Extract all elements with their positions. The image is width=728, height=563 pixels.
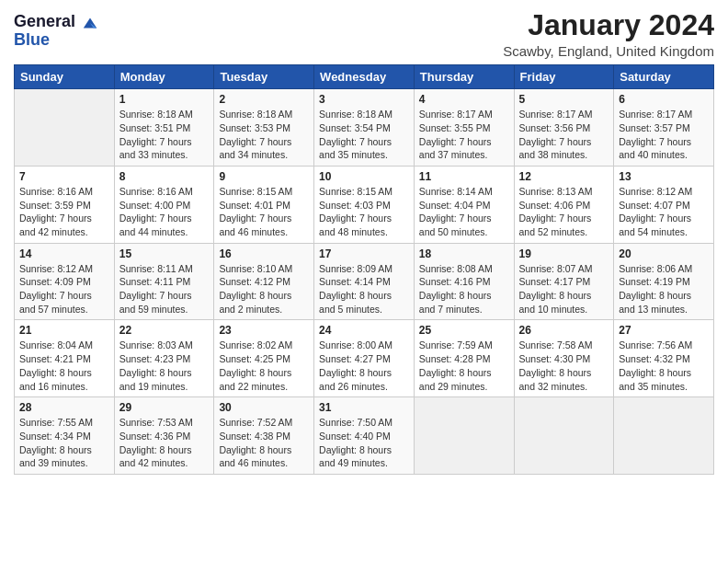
logo-text: General Blue (14, 13, 98, 50)
day-number: 13 (619, 170, 709, 183)
day-number: 5 (519, 93, 609, 106)
calendar-cell (614, 397, 714, 475)
calendar-cell: 2Sunrise: 8:18 AM Sunset: 3:53 PM Daylig… (214, 89, 314, 167)
calendar-cell: 6Sunrise: 8:17 AM Sunset: 3:57 PM Daylig… (614, 89, 714, 167)
day-number: 6 (619, 93, 709, 106)
calendar-cell: 3Sunrise: 8:18 AM Sunset: 3:54 PM Daylig… (314, 89, 415, 167)
day-detail: Sunrise: 8:10 AM Sunset: 4:12 PM Dayligh… (219, 262, 309, 316)
day-number: 2 (219, 93, 309, 106)
day-number: 27 (619, 324, 709, 337)
day-detail: Sunrise: 8:16 AM Sunset: 3:59 PM Dayligh… (19, 185, 109, 239)
calendar-cell: 15Sunrise: 8:11 AM Sunset: 4:11 PM Dayli… (114, 243, 214, 320)
dow-header-monday: Monday (114, 65, 214, 89)
dow-header-sunday: Sunday (15, 65, 115, 89)
calendar-week-1: 1Sunrise: 8:18 AM Sunset: 3:51 PM Daylig… (15, 89, 714, 167)
day-number: 17 (319, 247, 409, 260)
day-detail: Sunrise: 8:17 AM Sunset: 3:56 PM Dayligh… (519, 108, 609, 162)
logo: General Blue (14, 13, 98, 50)
day-number: 29 (119, 401, 210, 414)
calendar-cell: 22Sunrise: 8:03 AM Sunset: 4:23 PM Dayli… (114, 320, 214, 397)
day-detail: Sunrise: 7:59 AM Sunset: 4:28 PM Dayligh… (419, 339, 509, 393)
day-detail: Sunrise: 8:16 AM Sunset: 4:00 PM Dayligh… (119, 185, 210, 239)
dow-header-wednesday: Wednesday (314, 65, 415, 89)
day-number: 20 (619, 247, 709, 260)
day-number: 30 (219, 401, 309, 414)
header-row: SundayMondayTuesdayWednesdayThursdayFrid… (15, 65, 714, 89)
day-number: 31 (319, 401, 409, 414)
day-number: 8 (119, 170, 210, 183)
day-detail: Sunrise: 8:15 AM Sunset: 4:01 PM Dayligh… (219, 185, 309, 239)
calendar-cell (514, 397, 614, 475)
day-number: 28 (19, 401, 109, 414)
day-number: 11 (419, 170, 509, 183)
day-detail: Sunrise: 8:13 AM Sunset: 4:06 PM Dayligh… (519, 185, 609, 239)
calendar-cell: 26Sunrise: 7:58 AM Sunset: 4:30 PM Dayli… (514, 320, 614, 397)
day-detail: Sunrise: 8:14 AM Sunset: 4:04 PM Dayligh… (419, 185, 509, 239)
calendar-cell: 18Sunrise: 8:08 AM Sunset: 4:16 PM Dayli… (414, 243, 514, 320)
calendar-cell (15, 89, 115, 167)
day-detail: Sunrise: 7:58 AM Sunset: 4:30 PM Dayligh… (519, 339, 609, 393)
day-number: 18 (419, 247, 509, 260)
calendar-cell: 14Sunrise: 8:12 AM Sunset: 4:09 PM Dayli… (15, 243, 115, 320)
day-detail: Sunrise: 8:15 AM Sunset: 4:03 PM Dayligh… (319, 185, 409, 239)
day-number: 12 (519, 170, 609, 183)
calendar-cell: 21Sunrise: 8:04 AM Sunset: 4:21 PM Dayli… (15, 320, 115, 397)
day-detail: Sunrise: 8:02 AM Sunset: 4:25 PM Dayligh… (219, 339, 309, 393)
day-number: 22 (119, 324, 210, 337)
day-detail: Sunrise: 8:18 AM Sunset: 3:54 PM Dayligh… (319, 108, 409, 162)
calendar-cell: 28Sunrise: 7:55 AM Sunset: 4:34 PM Dayli… (15, 397, 115, 475)
calendar-cell: 23Sunrise: 8:02 AM Sunset: 4:25 PM Dayli… (214, 320, 314, 397)
day-detail: Sunrise: 8:18 AM Sunset: 3:51 PM Dayligh… (119, 108, 210, 162)
calendar-cell: 9Sunrise: 8:15 AM Sunset: 4:01 PM Daylig… (214, 166, 314, 243)
logo-line1: General (14, 13, 98, 31)
calendar-cell: 7Sunrise: 8:16 AM Sunset: 3:59 PM Daylig… (15, 166, 115, 243)
calendar-cell: 5Sunrise: 8:17 AM Sunset: 3:56 PM Daylig… (514, 89, 614, 167)
day-detail: Sunrise: 7:53 AM Sunset: 4:36 PM Dayligh… (119, 416, 210, 470)
day-detail: Sunrise: 8:08 AM Sunset: 4:16 PM Dayligh… (419, 262, 509, 316)
day-detail: Sunrise: 7:56 AM Sunset: 4:32 PM Dayligh… (619, 339, 709, 393)
day-number: 16 (219, 247, 309, 260)
day-number: 25 (419, 324, 509, 337)
calendar-cell: 4Sunrise: 8:17 AM Sunset: 3:55 PM Daylig… (414, 89, 514, 167)
calendar-cell (414, 397, 514, 475)
day-number: 4 (419, 93, 509, 106)
day-number: 1 (119, 93, 210, 106)
day-number: 14 (19, 247, 109, 260)
day-number: 21 (19, 324, 109, 337)
calendar-cell: 29Sunrise: 7:53 AM Sunset: 4:36 PM Dayli… (114, 397, 214, 475)
day-detail: Sunrise: 8:06 AM Sunset: 4:19 PM Dayligh… (619, 262, 709, 316)
dow-header-tuesday: Tuesday (214, 65, 314, 89)
calendar-cell: 13Sunrise: 8:12 AM Sunset: 4:07 PM Dayli… (614, 166, 714, 243)
day-detail: Sunrise: 8:11 AM Sunset: 4:11 PM Dayligh… (119, 262, 210, 316)
calendar-cell: 10Sunrise: 8:15 AM Sunset: 4:03 PM Dayli… (314, 166, 415, 243)
calendar-cell: 20Sunrise: 8:06 AM Sunset: 4:19 PM Dayli… (614, 243, 714, 320)
logo-icon (82, 15, 98, 31)
calendar-week-2: 7Sunrise: 8:16 AM Sunset: 3:59 PM Daylig… (15, 166, 714, 243)
day-detail: Sunrise: 7:52 AM Sunset: 4:38 PM Dayligh… (219, 416, 309, 470)
day-number: 26 (519, 324, 609, 337)
day-number: 23 (219, 324, 309, 337)
calendar-cell: 19Sunrise: 8:07 AM Sunset: 4:17 PM Dayli… (514, 243, 614, 320)
calendar-cell: 16Sunrise: 8:10 AM Sunset: 4:12 PM Dayli… (214, 243, 314, 320)
day-number: 9 (219, 170, 309, 183)
day-number: 24 (319, 324, 409, 337)
calendar-week-4: 21Sunrise: 8:04 AM Sunset: 4:21 PM Dayli… (15, 320, 714, 397)
day-detail: Sunrise: 8:09 AM Sunset: 4:14 PM Dayligh… (319, 262, 409, 316)
day-detail: Sunrise: 8:12 AM Sunset: 4:09 PM Dayligh… (19, 262, 109, 316)
logo-line2: Blue (14, 31, 98, 50)
day-detail: Sunrise: 8:17 AM Sunset: 3:55 PM Dayligh… (419, 108, 509, 162)
day-detail: Sunrise: 8:17 AM Sunset: 3:57 PM Dayligh… (619, 108, 709, 162)
day-detail: Sunrise: 8:12 AM Sunset: 4:07 PM Dayligh… (619, 185, 709, 239)
day-detail: Sunrise: 7:50 AM Sunset: 4:40 PM Dayligh… (319, 416, 409, 470)
day-detail: Sunrise: 8:00 AM Sunset: 4:27 PM Dayligh… (319, 339, 409, 393)
calendar-cell: 11Sunrise: 8:14 AM Sunset: 4:04 PM Dayli… (414, 166, 514, 243)
dow-header-friday: Friday (514, 65, 614, 89)
header: General Blue January 2024 Scawby, Englan… (14, 9, 714, 59)
calendar-cell: 17Sunrise: 8:09 AM Sunset: 4:14 PM Dayli… (314, 243, 415, 320)
day-detail: Sunrise: 8:04 AM Sunset: 4:21 PM Dayligh… (19, 339, 109, 393)
day-detail: Sunrise: 8:03 AM Sunset: 4:23 PM Dayligh… (119, 339, 210, 393)
day-detail: Sunrise: 8:18 AM Sunset: 3:53 PM Dayligh… (219, 108, 309, 162)
calendar-cell: 27Sunrise: 7:56 AM Sunset: 4:32 PM Dayli… (614, 320, 714, 397)
dow-header-thursday: Thursday (414, 65, 514, 89)
calendar-cell: 8Sunrise: 8:16 AM Sunset: 4:00 PM Daylig… (114, 166, 214, 243)
